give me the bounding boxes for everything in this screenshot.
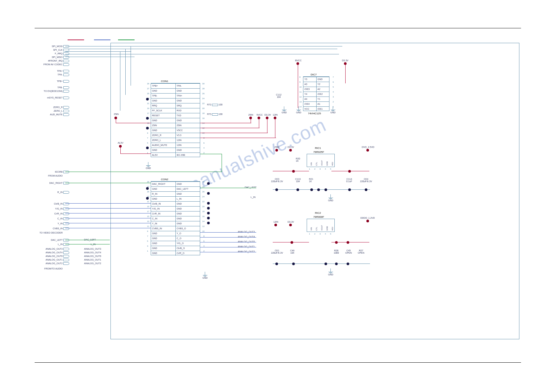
pin-row: Y3GND xyxy=(303,77,329,82)
ric2-block: VIN1CTL2VOUT3GND4ADJ5 xyxy=(307,219,335,232)
con1-label: CON1 xyxy=(161,80,168,83)
node xyxy=(275,188,278,191)
pin-number: 1 xyxy=(147,250,148,252)
wire xyxy=(116,118,116,123)
gnd-text: GND xyxy=(146,167,151,169)
c45: C45 OPEN xyxy=(345,249,352,254)
rail-5vcc: 5VCC xyxy=(257,114,263,116)
node xyxy=(146,127,149,129)
pin-left-label: Y4 xyxy=(303,92,317,97)
pin-number: 17 xyxy=(147,112,149,114)
pin-left-label: FF_SCLK xyxy=(151,108,176,113)
signal-port-label: ANALOG_OUT2 xyxy=(33,262,63,265)
wire xyxy=(65,51,131,52)
signal-port xyxy=(63,251,69,254)
pin-number: 26 xyxy=(202,93,204,95)
pin-row: TPB-TPA+ xyxy=(151,93,200,98)
ric2-part: 78R000F xyxy=(313,215,324,218)
node xyxy=(146,197,149,200)
con1-block: TPB+TPA-2930GNDGND2728TPB-TPA+2526GNDGND… xyxy=(151,83,200,157)
signal-port xyxy=(63,86,69,89)
pin-left-label: Cb/B_IN xyxy=(151,202,176,206)
rail-d33v: D3.3V xyxy=(264,114,271,116)
pin-row: GNDCr/R_O xyxy=(151,251,200,256)
signal-port xyxy=(63,106,69,109)
signal-port-label: TPB+ xyxy=(36,80,63,82)
signal-port-label: Y/G_IN xyxy=(33,208,63,210)
r28: R28 1000 xyxy=(334,249,339,254)
pin-left-label: GND xyxy=(151,236,176,241)
ce4: CE4 220uF/6.3V xyxy=(360,178,372,182)
wire xyxy=(65,218,151,218)
pin-number: 10 xyxy=(299,86,302,88)
wire xyxy=(120,146,121,154)
pin-right-label: 12IN xyxy=(176,143,200,148)
pin-right-label: 25IN xyxy=(176,123,200,128)
pin-row: GNDGND xyxy=(151,88,200,93)
signal-port xyxy=(63,208,69,210)
pin-right-label: GND xyxy=(317,77,329,82)
pin-number: 5 xyxy=(147,240,148,242)
pin-row: GNDY_O xyxy=(151,231,200,236)
pin-number: 7 xyxy=(147,235,148,237)
dic7-block: Y3GND87A3Y296/OE3A2105Y4/OE2114A4Y1123/O… xyxy=(303,76,329,111)
pin-number: 3 xyxy=(333,96,334,98)
node xyxy=(274,224,277,226)
signal-port-label: FROM/TO AUDIO xyxy=(33,267,63,270)
pin-left-label: GND xyxy=(151,231,176,236)
wire xyxy=(65,228,151,228)
con1-gnd: GND xyxy=(146,162,151,169)
signal-port xyxy=(63,45,69,48)
wire xyxy=(200,138,276,138)
pin-row: GNDY/G_O xyxy=(151,241,200,246)
pin-number: 24 xyxy=(202,98,204,99)
wire xyxy=(273,264,370,264)
signal-port-label: FROM AV CODEC xyxy=(36,63,63,66)
wire xyxy=(65,54,339,54)
pin-left-label: RRQ xyxy=(151,103,176,108)
pin-number: 3 xyxy=(320,233,321,235)
node xyxy=(347,241,349,244)
pin-left-label: GND xyxy=(151,241,176,246)
reg-pin-label: ADJ xyxy=(329,220,335,231)
pin-number: 6 xyxy=(203,142,204,144)
signal-port-label: SPI_CLK xyxy=(36,49,63,51)
node xyxy=(348,188,351,191)
signal-port-label: TO DV(IEEE1394) xyxy=(36,90,63,92)
dic7-gnd1: GND xyxy=(282,106,287,114)
dic7-gnd3: GND xyxy=(330,106,336,114)
node xyxy=(289,224,292,226)
pin-row: CVBS_INCVBS_O xyxy=(151,226,200,231)
wire xyxy=(200,242,256,242)
node xyxy=(207,207,210,210)
c112: C112 104 xyxy=(276,94,282,98)
signal-port-label: F_RRQ xyxy=(36,52,63,55)
ric2-label: RIC2 xyxy=(315,211,321,214)
signal-port xyxy=(63,49,69,51)
signal-port-label: Cb/B_IN xyxy=(33,203,63,205)
node xyxy=(324,188,327,191)
pin-number: 26 xyxy=(202,191,204,193)
signal-port-label: ZERO_L xyxy=(36,110,63,112)
wire xyxy=(200,133,268,133)
wire xyxy=(200,232,256,233)
pin-row: /OE4A1 xyxy=(303,101,329,106)
r20: R20 1K xyxy=(296,157,300,162)
pin-right-label: V5CC xyxy=(176,128,200,133)
ric1-out: DVD_2.5VD xyxy=(362,146,374,148)
gnd-text: GND xyxy=(328,273,333,276)
pin-number: 21 xyxy=(147,201,149,203)
net-ao1b: ANALOG_OUT1 xyxy=(84,259,101,261)
pin-number: 5 xyxy=(147,142,148,144)
pin-row: AUDIO_MUTE12IN xyxy=(151,143,200,148)
legend-red xyxy=(68,40,84,40)
pin-number: 10 xyxy=(202,132,204,134)
pin-right-label: C_O xyxy=(176,236,200,241)
pin-number: 9 xyxy=(147,230,148,232)
r72: R72100 xyxy=(207,103,223,106)
pin-number: 5 xyxy=(330,233,331,235)
ric1-d33v: D3.3V xyxy=(288,146,294,148)
signal-port xyxy=(63,113,69,116)
pin-right-label: IEC-998 xyxy=(176,153,200,157)
signal-port xyxy=(63,217,69,220)
